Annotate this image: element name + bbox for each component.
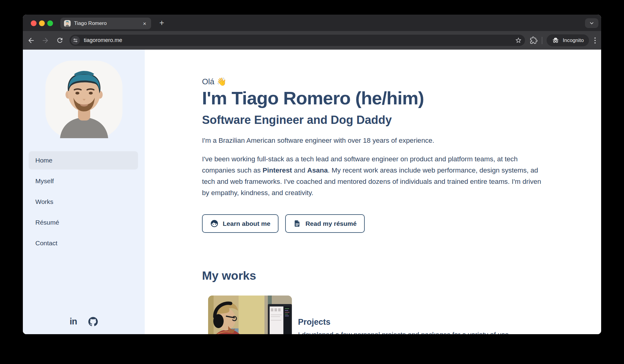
back-button[interactable] <box>27 36 36 45</box>
company-asana: Asana <box>307 166 328 174</box>
social-links: in <box>70 317 98 326</box>
project-description: I developed a few personal projects and … <box>298 330 523 334</box>
url-text[interactable]: tiagoromero.me <box>84 37 515 44</box>
sidebar-item-myself[interactable]: Myself <box>29 172 138 190</box>
extensions-button[interactable] <box>530 37 537 44</box>
reload-button[interactable] <box>55 36 64 45</box>
sidebar-nav: Home Myself Works Résumé Contact <box>23 151 145 252</box>
page-subtitle: Software Engineer and Dog Daddy <box>202 114 601 126</box>
browser-toolbar: tiagoromero.me Incognito <box>23 31 601 50</box>
tab-title: Tiago Romero <box>74 20 142 26</box>
browser-window: Tiago Romero × + tiagorome <box>23 15 601 334</box>
reload-icon <box>56 37 64 44</box>
github-icon[interactable] <box>88 317 98 326</box>
sidebar: Home Myself Works Résumé Contact in <box>23 50 145 334</box>
tune-icon <box>73 38 78 43</box>
browser-tab[interactable]: Tiago Romero × <box>60 18 151 29</box>
star-icon <box>515 37 522 44</box>
forward-arrow-icon <box>41 37 49 44</box>
bookmark-button[interactable] <box>515 37 522 44</box>
incognito-icon <box>552 37 559 44</box>
tab-close-icon[interactable]: × <box>142 20 147 27</box>
back-arrow-icon <box>27 37 35 44</box>
learn-button-label: Learn about me <box>223 220 270 227</box>
forward-button[interactable] <box>41 36 50 45</box>
new-tab-button[interactable]: + <box>157 18 167 27</box>
incognito-label: Incognito <box>563 37 584 44</box>
company-pinterest: Pinterest <box>263 166 292 174</box>
chevron-down-icon <box>589 20 594 26</box>
resume-button-label: Read my résumé <box>305 220 356 227</box>
tab-search-button[interactable] <box>585 18 598 28</box>
page-content: Home Myself Works Résumé Contact in Olá … <box>23 50 601 334</box>
about-paragraph: I've been working full-stack as a tech l… <box>202 153 543 198</box>
read-resume-button[interactable]: Read my résumé <box>285 214 365 233</box>
profile-photo <box>45 61 122 138</box>
sidebar-item-works[interactable]: Works <box>29 193 138 211</box>
cta-buttons: Learn about me Read my résumé <box>202 214 601 233</box>
puzzle-icon <box>530 37 537 44</box>
project-thumbnail <box>208 296 292 334</box>
sidebar-item-resume[interactable]: Résumé <box>29 213 138 232</box>
tab-favicon-icon <box>64 20 71 27</box>
project-card[interactable]: Projects I developed a few personal proj… <box>208 296 601 334</box>
works-section-heading: My works <box>202 269 601 282</box>
toolbar-divider <box>542 37 542 44</box>
about-part2: and <box>292 166 307 174</box>
document-icon <box>293 220 301 227</box>
site-settings-button[interactable] <box>71 36 80 45</box>
project-title[interactable]: Projects <box>298 317 523 327</box>
learn-about-me-button[interactable]: Learn about me <box>202 214 278 233</box>
traffic-lights <box>31 20 53 26</box>
page-title: I'm Tiago Romero (he/him) <box>202 89 601 108</box>
linkedin-icon[interactable]: in <box>70 317 77 326</box>
main-content: Olá 👋 I'm Tiago Romero (he/him) Software… <box>145 50 601 334</box>
address-bar[interactable]: tiagoromero.me <box>69 35 525 46</box>
sidebar-item-home[interactable]: Home <box>29 151 138 170</box>
face-icon <box>210 219 218 228</box>
minimize-window-button[interactable] <box>39 20 45 26</box>
intro-paragraph: I'm a Brazilian American software engine… <box>202 136 601 145</box>
browser-menu-button[interactable] <box>593 36 597 45</box>
project-info: Projects I developed a few personal proj… <box>298 296 523 334</box>
sidebar-item-contact[interactable]: Contact <box>29 234 138 252</box>
zoom-window-button[interactable] <box>47 20 53 26</box>
close-window-button[interactable] <box>31 20 37 26</box>
incognito-badge: Incognito <box>547 34 589 46</box>
title-bar: Tiago Romero × + <box>23 15 601 31</box>
greeting-text: Olá 👋 <box>202 77 601 86</box>
